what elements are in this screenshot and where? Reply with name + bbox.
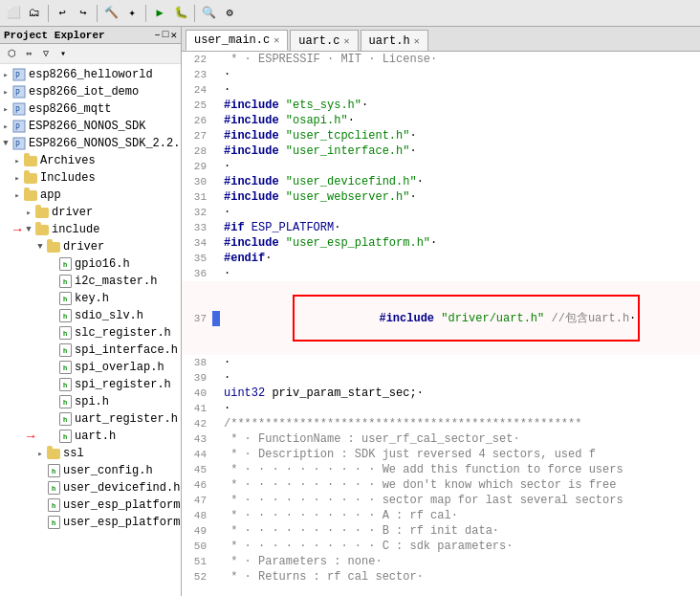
line-number: 46 <box>182 479 212 491</box>
tree-label: spi_interface.h <box>75 343 178 357</box>
toolbar-icon-4[interactable]: ↪ <box>74 4 93 23</box>
line-code: #include "osapi.h"· <box>220 114 700 127</box>
tree-arrow[interactable]: ▸ <box>11 173 23 184</box>
minimize-icon[interactable]: – <box>154 29 161 41</box>
tree-item-slc-register-h[interactable]: h slc_register.h <box>0 324 181 342</box>
tree-item-spi-interface-h[interactable]: h spi_interface.h <box>0 342 181 359</box>
line-number: 43 <box>182 433 212 445</box>
project-icon: P <box>11 137 27 150</box>
toolbar-icon-2[interactable]: 🗂 <box>25 4 44 23</box>
code-line-23: 23 · <box>182 67 700 82</box>
tree-arrow[interactable]: ▸ <box>11 156 23 166</box>
svg-text:P: P <box>15 72 20 80</box>
tab-uart-h[interactable]: uart.h ✕ <box>361 30 428 51</box>
tree-item-user-config-h[interactable]: h user_config.h <box>0 462 181 479</box>
line-code: #endif· <box>220 252 700 265</box>
tab-close-uart-c[interactable]: ✕ <box>343 35 349 47</box>
tree-item-ESP8266-NONOS-SDK[interactable]: ▸ P ESP8266_NONOS_SDK <box>0 118 181 135</box>
tab-close-user-main-c[interactable]: ✕ <box>273 34 279 46</box>
toolbar-icon-clean[interactable]: ✦ <box>122 4 142 23</box>
toolbar-icon-5[interactable]: 🔨 <box>101 4 120 23</box>
line-code: · <box>220 83 700 97</box>
tree-item-esp8266-helloworld[interactable]: ▸ P esp8266_helloworld <box>0 66 181 83</box>
line-code: * · · · · · · · · · · sector map for las… <box>220 494 700 507</box>
tree-item-spi-register-h[interactable]: h spi_register.h <box>0 376 181 393</box>
explorer-title: Project Explorer <box>4 30 105 41</box>
tree-arrow[interactable]: ▸ <box>0 87 11 98</box>
toolbar-icon-settings[interactable]: ⚙ <box>220 4 239 23</box>
line-code: #include "ets_sys.h"· <box>220 99 700 112</box>
line-number: 26 <box>182 115 212 126</box>
tree-item-gpio16h[interactable]: h gpio16.h <box>0 255 181 273</box>
tree-item-sdio-slv-h[interactable]: h sdio_slv.h <box>0 307 181 324</box>
code-line-32: 32 · <box>182 205 700 220</box>
tree-arrow[interactable]: ▸ <box>0 121 11 132</box>
tree-arrow[interactable]: ▸ <box>11 190 23 201</box>
tree-label: uart.h <box>75 430 116 443</box>
tree-item-includes[interactable]: ▸ Includes <box>0 169 181 187</box>
line-number: 40 <box>182 387 212 399</box>
tree-item-spi-overlap-h[interactable]: h spi_overlap.h <box>0 359 181 376</box>
tab-close-uart-h[interactable]: ✕ <box>414 35 420 47</box>
link-editor-icon[interactable]: ⇔ <box>21 46 36 61</box>
close-panel-icon[interactable]: ✕ <box>170 29 177 41</box>
folder-icon <box>23 188 38 202</box>
tree-arrow-open[interactable]: ▼ <box>0 139 11 148</box>
red-arrow-include: → <box>13 222 21 237</box>
tree-item-uart-register-h[interactable]: h uart_register.h <box>0 410 181 428</box>
line-code: · <box>220 160 700 173</box>
tree-item-key-h[interactable]: h key.h <box>0 290 181 307</box>
tree-label: ESP8266_NONOS_SDK <box>29 120 145 133</box>
tree-item-esp8266-mqtt[interactable]: ▸ P esp8266_mqtt <box>0 100 181 118</box>
filter-icon[interactable]: ▽ <box>38 46 54 61</box>
editor-content[interactable]: 22 * · ESPRESSIF · MIT · License· 23 · 2… <box>182 52 700 596</box>
tree-item-user-esp-platform-2[interactable]: h user_esp_platform. <box>0 514 181 531</box>
code-line-22: 22 * · ESPRESSIF · MIT · License· <box>182 52 700 67</box>
line-number: 49 <box>182 525 212 537</box>
tree-label: user_config.h <box>63 464 153 477</box>
tree-label: esp8266_helloworld <box>29 68 153 81</box>
toolbar-icon-debug[interactable]: 🐛 <box>171 4 190 23</box>
code-line-29: 29 · <box>182 159 700 174</box>
code-line-30: 30 #include "user_devicefind.h"· <box>182 174 700 189</box>
tree-arrow[interactable]: ▸ <box>23 208 34 218</box>
tab-uart-c[interactable]: uart.c ✕ <box>290 30 358 51</box>
toolbar-icon-1[interactable]: ⬜ <box>4 4 23 23</box>
tree-item-esp8266-iot-demo[interactable]: ▸ P esp8266_iot_demo <box>0 83 181 100</box>
tree-arrow-open[interactable]: ▼ <box>23 225 34 234</box>
tree-item-spi-h[interactable]: h spi.h <box>0 393 181 410</box>
tree-item-ESP8266-NONOS-SDK-2.2.0[interactable]: ▼ P ESP8266_NONOS_SDK_2.2.0 <box>0 135 181 152</box>
maximize-icon[interactable]: □ <box>163 29 169 41</box>
line-code: * · · · · · · · · · · A : rf cal· <box>220 509 700 522</box>
tree-item-driver-l2[interactable]: ▸ driver <box>0 204 181 221</box>
tab-user-main-c[interactable]: user_main.c ✕ <box>186 30 288 51</box>
tree-item-i2c-master-h[interactable]: h i2c_master.h <box>0 273 181 290</box>
tree-item-user-devicefind-h[interactable]: h user_devicefind.h <box>0 479 181 497</box>
tree-item-uart-h[interactable]: → h uart.h <box>0 428 181 445</box>
toolbar-icon-search[interactable]: 🔍 <box>199 4 218 23</box>
tree-item-driver-l3[interactable]: ▼ driver <box>0 238 181 255</box>
line-number: 47 <box>182 495 212 506</box>
tree-arrow[interactable]: ▸ <box>34 449 46 459</box>
line-number: 48 <box>182 510 212 521</box>
tree-item-user-esp-platform-1[interactable]: h user_esp_platform. <box>0 497 181 514</box>
tree-arrow-open[interactable]: ▼ <box>34 242 46 252</box>
tree-item-app[interactable]: ▸ app <box>0 187 181 204</box>
tree-item-archives[interactable]: ▸ Archives <box>0 152 181 169</box>
view-menu-icon[interactable]: ▾ <box>55 46 71 61</box>
line-code: · <box>220 206 700 219</box>
code-line-36: 36 · <box>182 266 700 281</box>
tab-label: user_main.c <box>194 33 270 47</box>
explorer-panel: Project Explorer – □ ✕ ⬡ ⇔ ▽ ▾ ▸ P esp82… <box>0 27 182 596</box>
tree-item-ssl[interactable]: ▸ ssl <box>0 445 181 462</box>
toolbar-icon-3[interactable]: ↩ <box>53 4 72 23</box>
toolbar-icon-run[interactable]: ▶ <box>150 4 169 23</box>
code-line-51: 51 * · Parameters : none· <box>182 554 700 569</box>
code-line-31: 31 #include "user_webserver.h"· <box>182 189 700 205</box>
tree-item-include[interactable]: → ▼ include <box>0 221 181 238</box>
explorer-tree[interactable]: ▸ P esp8266_helloworld ▸ P esp8266_iot_d… <box>0 64 181 596</box>
line-number: 45 <box>182 464 212 475</box>
tree-arrow[interactable]: ▸ <box>0 104 11 115</box>
tree-arrow[interactable]: ▸ <box>0 70 11 80</box>
collapse-all-icon[interactable]: ⬡ <box>4 46 19 61</box>
